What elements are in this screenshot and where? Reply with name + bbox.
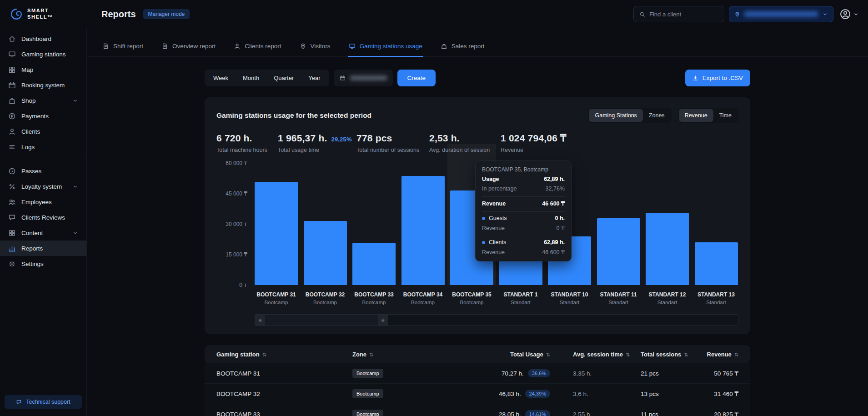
sidebar-item-label: Booking system — [21, 82, 65, 89]
bar-bootcamp-34[interactable] — [401, 176, 445, 285]
toggle-gaming-stations[interactable]: Gaming Stations — [589, 109, 642, 122]
sidebar-item-payments[interactable]: Payments — [0, 108, 86, 124]
sidebar-item-gaming-stations[interactable]: Gaming stations — [0, 46, 86, 62]
station-zone: Standart — [649, 300, 686, 305]
bag-icon — [8, 97, 16, 105]
y-tick: 45 000 ₸ — [226, 190, 247, 197]
bar-standart-11[interactable] — [597, 218, 640, 285]
calendar-icon — [340, 75, 346, 81]
table-row[interactable]: BOOTCAMP 31Bootcamp70,27 h.36,6%3,35 h.2… — [205, 363, 750, 384]
station-name: STANDART 1 — [503, 291, 537, 298]
location-redacted-text — [744, 11, 818, 17]
period-quarter[interactable]: Quarter — [266, 71, 301, 85]
column-header-total-usage[interactable]: Total Usage⇅ — [457, 351, 573, 358]
tab-label: Clients report — [245, 43, 281, 50]
toggle-zones[interactable]: Zones — [643, 109, 671, 122]
manager-mode-badge[interactable]: Manager mode — [143, 9, 190, 19]
column-header-total-sessions[interactable]: Total sessions⇅ — [641, 351, 700, 358]
stat-label: Total machine hours — [216, 147, 278, 153]
sidebar-item-employees[interactable]: Employees — [0, 194, 86, 210]
sidebar-item-map[interactable]: Map — [0, 62, 86, 77]
payments-icon — [8, 112, 16, 120]
column-header-avg.-session-time[interactable]: Avg. session time⇅ — [573, 351, 641, 358]
table-row[interactable]: BOOTCAMP 32Bootcamp46,83 h.24,39%3,6 h.1… — [205, 384, 750, 404]
sidebar-item-settings[interactable]: Settings — [0, 256, 86, 271]
sidebar-item-label: Content — [21, 230, 43, 236]
sidebar-item-loyalty-system[interactable]: Loyalty system — [0, 179, 86, 194]
sidebar-item-booking-system[interactable]: Booking system — [0, 77, 86, 93]
y-tick: 0 ₸ — [239, 282, 247, 288]
tab-sales-report[interactable]: Sales report — [440, 38, 486, 56]
bar-bootcamp-33[interactable] — [352, 243, 396, 285]
technical-support-button[interactable]: Technical support — [5, 395, 82, 409]
sidebar-item-dashboard[interactable]: Dashboard — [0, 31, 86, 46]
header-label: Avg. session time — [573, 351, 623, 358]
sidebar-item-passes[interactable]: Passes — [0, 163, 86, 179]
station-name: STANDART 10 — [551, 291, 588, 298]
bar-standart-13[interactable] — [695, 242, 738, 285]
app-logo[interactable]: SMARTSHELL™ — [0, 8, 87, 20]
period-year[interactable]: Year — [301, 71, 327, 85]
header-label: Zone — [352, 351, 366, 358]
cell-revenue: 31 460 ₸ — [700, 390, 738, 397]
stat-number: 6 720 h. — [216, 133, 252, 144]
sidebar-item-content[interactable]: Content — [0, 225, 86, 241]
table-row[interactable]: BOOTCAMP 33Bootcamp28,05 h.14,61%2,55 h.… — [205, 404, 750, 416]
station-name: BOOTCAMP 32 — [306, 291, 345, 298]
station-name: BOOTCAMP 35 — [452, 291, 491, 298]
main-content: Shift reportOverview reportClients repor… — [87, 28, 868, 416]
header-label: Gaming station — [216, 351, 260, 358]
usage-percent-badge: 24,39% — [525, 390, 550, 398]
doc-icon — [161, 43, 168, 50]
sidebar-item-clients[interactable]: Clients — [0, 124, 86, 139]
x-label: BOOTCAMP 32Bootcamp — [306, 291, 345, 305]
create-button[interactable]: Create — [397, 70, 436, 86]
stations-table: Gaming station⇅Zone⇅Total Usage⇅Avg. ses… — [205, 345, 750, 416]
usage-bar-chart: 60 000 ₸45 000 ₸30 000 ₸15 000 ₸0 ₸ BOOT… — [216, 158, 738, 309]
date-range-picker[interactable] — [334, 70, 393, 86]
chart-range-brush[interactable]: ≡ ≡ — [255, 314, 738, 326]
toggle-group-0: Gaming StationsZones — [588, 108, 671, 123]
export-csv-button[interactable]: Export to .CSV — [685, 70, 750, 86]
sidebar-item-clients-reviews[interactable]: Clients Reviews — [0, 210, 86, 225]
x-label: BOOTCAMP 34Bootcamp — [403, 291, 442, 305]
sidebar-item-logs[interactable]: Logs — [0, 139, 86, 155]
toggle-revenue[interactable]: Revenue — [679, 109, 713, 122]
period-month[interactable]: Month — [236, 71, 266, 85]
bar-standart-12[interactable] — [646, 213, 689, 285]
x-label: BOOTCAMP 35Bootcamp — [452, 291, 491, 305]
tab-label: Gaming stations usage — [360, 43, 422, 50]
x-label: STANDART 11Standart — [600, 291, 637, 305]
calendar-icon — [8, 81, 16, 89]
tab-shift-report[interactable]: Shift report — [101, 38, 144, 56]
person-icon — [8, 128, 16, 135]
zone-badge: Bootcamp — [352, 369, 383, 378]
tab-visitors[interactable]: Visitors — [299, 38, 331, 56]
stat-number: 778 pcs — [356, 133, 392, 144]
sidebar-item-shop[interactable]: Shop — [0, 93, 86, 108]
account-menu[interactable] — [840, 9, 859, 20]
column-header-zone[interactable]: Zone⇅ — [352, 351, 457, 358]
bar-bootcamp-32[interactable] — [304, 221, 347, 285]
period-week[interactable]: Week — [206, 71, 236, 85]
bar-bootcamp-31[interactable] — [255, 182, 298, 285]
sidebar-item-label: Passes — [21, 168, 41, 175]
tooltip-clients-revenue-value: 46 600 ₸ — [542, 249, 565, 256]
stat-extra-percent: 29,25% — [331, 136, 351, 143]
tab-gaming-stations-usage[interactable]: Gaming stations usage — [348, 38, 423, 56]
sidebar-item-reports[interactable]: Reports — [0, 241, 86, 256]
usage-percent-badge: 36,6% — [528, 369, 550, 377]
brush-selected-range[interactable] — [265, 315, 378, 326]
search-input[interactable]: Find a client — [633, 6, 724, 22]
brush-right-handle[interactable]: ≡ — [378, 315, 388, 326]
cell-revenue: 20 825 ₸ — [700, 411, 738, 416]
column-header-gaming-station[interactable]: Gaming station⇅ — [216, 351, 352, 358]
tab-overview-report[interactable]: Overview report — [161, 38, 216, 56]
location-select[interactable] — [729, 6, 833, 22]
report-tabs: Shift reportOverview reportClients repor… — [87, 38, 868, 57]
tab-clients-report[interactable]: Clients report — [233, 38, 282, 56]
column-header-revenue[interactable]: Revenue⇅ — [700, 351, 738, 358]
toggle-time[interactable]: Time — [713, 109, 738, 122]
brush-left-handle[interactable]: ≡ — [255, 315, 265, 326]
usage-value: 28,05 h. — [499, 411, 521, 416]
